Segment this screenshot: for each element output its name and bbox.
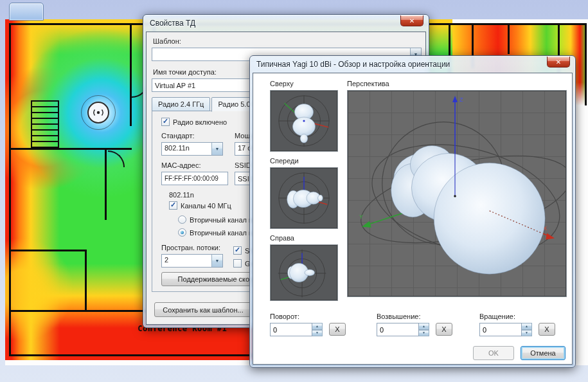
antenna-view-perspective[interactable]: Z Y X <box>347 90 567 297</box>
channels-40mhz-label: Каналы 40 МГц <box>181 202 231 210</box>
spinner-down-icon[interactable]: ▼ <box>312 330 323 337</box>
radiation-blob <box>287 263 314 282</box>
view-top-label: Сверху <box>270 80 294 87</box>
checkbox-checked-icon: ✓ <box>233 246 242 255</box>
wall-top-extension <box>450 23 587 25</box>
close-icon: ✕ <box>556 59 561 66</box>
template-label: Шаблон: <box>153 37 181 45</box>
spinner-down-icon[interactable]: ▼ <box>419 330 429 337</box>
checkbox-checked-icon: ✓ <box>161 118 170 126</box>
wall-right-extension <box>585 23 587 105</box>
axis-z-arrow <box>452 96 458 102</box>
save-as-template-button[interactable]: Сохранить как шаблон... <box>154 302 252 317</box>
antenna-view-right[interactable] <box>270 244 338 301</box>
cancel-button[interactable]: Отмена <box>521 346 566 360</box>
view-perspective-label: Перспектива <box>347 80 389 87</box>
antenna-view-front[interactable] <box>270 167 338 229</box>
radiation-blob <box>391 145 546 274</box>
radio-selected-icon <box>178 228 186 237</box>
elevation-reset-button[interactable]: X <box>436 323 452 336</box>
axis-y-label: Y <box>359 214 363 220</box>
wall-interior-h <box>9 250 85 251</box>
front-view-3d <box>271 168 337 228</box>
spin-reset-button[interactable]: X <box>539 323 555 336</box>
axis-z-label: Z <box>459 96 463 103</box>
perspective-3d-scene: Z Y X <box>348 91 566 296</box>
checkbox-unchecked-icon <box>233 259 242 268</box>
top-view-3d <box>271 91 337 151</box>
elevation-spinner[interactable]: ▲ ▼ <box>377 323 429 336</box>
wall-interior-v <box>85 250 87 310</box>
radio-enabled-checkbox[interactable]: ✓ Радио включено <box>161 118 227 126</box>
radio-enabled-label: Радио включено <box>173 118 227 126</box>
antenna-close-button[interactable]: ✕ <box>547 57 570 68</box>
stairs-icon <box>31 100 59 148</box>
ap-name-label: Имя точки доступа: <box>153 68 217 76</box>
antenna-dialog-body: Сверху <box>253 73 573 365</box>
view-front-label: Спереди <box>270 157 299 165</box>
desktop: Conference Room #1 Свойства ТД ✕ Шаблон:… <box>0 0 588 382</box>
spin-label: Вращение: <box>479 313 515 320</box>
chevron-down-icon[interactable]: ▼ <box>211 143 222 155</box>
antenna-orientation-dialog: Типичная Yagi 10 dBi - Обзор и настройка… <box>249 55 576 368</box>
spatial-streams-label: Простран. потоки: <box>161 244 220 251</box>
spin-spinner[interactable]: ▲ ▼ <box>479 323 532 336</box>
spinner-down-icon[interactable]: ▼ <box>522 330 532 337</box>
right-view-3d <box>271 245 337 300</box>
ap-close-button[interactable]: ✕ <box>400 15 423 26</box>
close-icon: ✕ <box>409 17 414 24</box>
section-80211n-label: 802.11n <box>169 191 194 199</box>
antenna-dialog-titlebar[interactable]: Типичная Yagi 10 dBi - Обзор и настройка… <box>250 56 575 73</box>
mac-input[interactable] <box>161 172 228 185</box>
ap-dialog-title: Свойства ТД <box>150 19 195 28</box>
channels-40mhz-checkbox[interactable]: ✓ Каналы 40 МГц <box>169 201 231 210</box>
rotation-label: Поворот: <box>270 313 299 320</box>
ok-button[interactable]: OK <box>473 346 514 360</box>
rotation-spinner[interactable]: ▲ ▼ <box>270 323 323 336</box>
axis-z <box>303 120 305 122</box>
spinner-up-icon[interactable]: ▲ <box>312 323 323 330</box>
elevation-input[interactable] <box>377 323 419 336</box>
view-right-label: Справа <box>270 234 294 242</box>
standard-label: Стандарт: <box>161 132 195 140</box>
access-point-icon[interactable] <box>87 102 109 123</box>
elevation-label: Возвышение: <box>377 313 420 320</box>
chevron-down-icon[interactable]: ▼ <box>211 255 222 267</box>
wall-interior-h <box>9 148 132 150</box>
ap-dialog-titlebar[interactable]: Свойства ТД ✕ <box>143 15 429 32</box>
radiation-blob <box>292 104 315 143</box>
antenna-glyph <box>91 105 105 120</box>
checkbox-checked-icon: ✓ <box>169 201 177 210</box>
mac-label: MAC-адрес: <box>161 161 200 169</box>
antenna-view-top[interactable] <box>270 90 338 152</box>
spin-input[interactable] <box>479 323 522 336</box>
rotation-input[interactable] <box>270 323 312 336</box>
wall-interior-v <box>105 148 107 220</box>
spatial-streams-combobox[interactable]: 2 ▼ <box>161 254 223 268</box>
spinner-up-icon[interactable]: ▲ <box>522 323 532 330</box>
spinner-up-icon[interactable]: ▲ <box>419 323 429 330</box>
origin-point <box>454 195 456 197</box>
radiation-blob <box>287 190 323 208</box>
spatial-streams-value: 2 <box>162 255 211 267</box>
antenna-dialog-title: Типичная Yagi 10 dBi - Обзор и настройка… <box>256 60 450 69</box>
radio-unselected-icon <box>178 215 186 224</box>
background-window-fragment[interactable] <box>9 3 44 21</box>
standard-value: 802.11n <box>162 143 211 155</box>
wall-segment <box>508 23 510 54</box>
axis-y-arrow <box>362 221 371 228</box>
tab-radio-24ghz[interactable]: Радио 2.4 ГГц <box>152 97 210 111</box>
rotation-reset-button[interactable]: X <box>329 323 346 336</box>
standard-combobox[interactable]: 802.11n ▼ <box>161 142 223 156</box>
wall-interior-v <box>130 23 132 126</box>
